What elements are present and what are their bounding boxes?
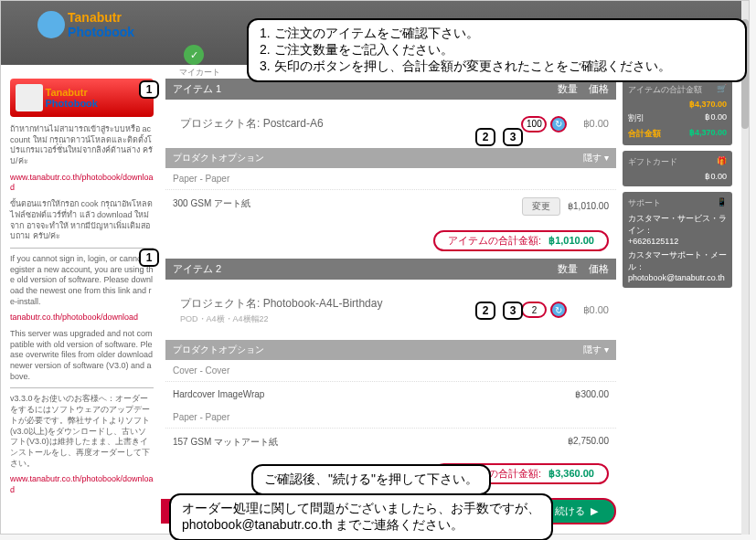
sidebar-text: This server was upgraded and not compati…	[10, 329, 154, 382]
sidebar-text: ขั้นตอนแรกให้กรอก cook กรุณาอัพโหลดไฟล์ซ…	[10, 199, 154, 242]
item-price: ฿0.00	[583, 304, 609, 316]
refresh-button[interactable]: ↻	[550, 302, 567, 318]
badge-1: 1	[139, 80, 159, 99]
summary-card: アイテムの合計金額🛒 ฿4,370.00 割引฿0.00 合計金額฿4,370.…	[623, 79, 732, 145]
project-name: プロジェクト名: Photobook-A4L-Birthday	[173, 287, 389, 313]
option-bar[interactable]: プロダクトオプション 隠す ▾	[165, 148, 616, 168]
paper-price: ฿2,750.00	[568, 436, 609, 449]
option-label: プロダクトオプション	[173, 344, 264, 356]
chevron-down-icon: ▾	[604, 344, 609, 355]
subtotal-value: ฿1,010.00	[548, 235, 594, 246]
col-price: 価格	[589, 263, 609, 274]
sidebar-text: ถ้าหากท่านไม่สามารถเข้าสู่ระบบหรือ accou…	[10, 124, 154, 167]
callout-contact: オーダー処理に関して問題がございましたら、お手数ですが、 photobook@t…	[169, 493, 553, 540]
option-bar[interactable]: プロダクトオプション 隠す ▾	[165, 340, 616, 360]
col-qty: 数量	[558, 83, 578, 94]
sidebar-link[interactable]: www.tanabutr.co.th/photobook/download	[10, 173, 154, 194]
item-bar-label: アイテム 2	[173, 262, 221, 276]
cover-name: Hardcover ImageWrap	[173, 389, 264, 399]
change-button[interactable]: 変更	[522, 197, 560, 216]
item-price: ฿0.00	[583, 118, 609, 130]
divider	[10, 248, 154, 249]
gift-value: ฿0.00	[705, 172, 727, 181]
sidebar-link[interactable]: www.tanabutr.co.th/photobook/download	[10, 474, 154, 495]
subtotal-label: アイテムの合計金額:	[448, 235, 541, 246]
total-value: ฿4,370.00	[689, 128, 727, 140]
support-email: photobook@tanabutr.co.th	[628, 273, 727, 282]
gift-card: ギフトカード🎁 ฿0.00	[623, 151, 732, 186]
paper-category: Paper - Paper	[165, 407, 616, 429]
logo-icon	[37, 11, 65, 38]
gift-title: ギフトカード	[628, 156, 677, 168]
paper-name: 300 GSM アート紙	[173, 197, 250, 216]
col-price: 価格	[589, 83, 609, 94]
item-block: プロジェクト名: Photobook-A4L-Birthday POD・A4横・…	[165, 280, 616, 492]
paper-price: ฿1,010.00	[568, 201, 609, 211]
sidebar-logo-icon	[16, 84, 43, 111]
sidebar-link[interactable]: tanabutr.co.th/photobook/download	[10, 312, 154, 323]
phone-icon: 📱	[717, 197, 727, 209]
quantity-input[interactable]	[521, 302, 547, 318]
paper-category: Paper - Paper	[165, 168, 616, 190]
total-label: 合計金額	[628, 128, 661, 140]
discount-value: ฿0.00	[705, 112, 727, 124]
paper-name: 157 GSM マットアート紙	[173, 436, 278, 449]
content-area: TanabutrPhotobook ถ้าหากท่านไม่สามารถเข้…	[10, 79, 740, 524]
sidebar: TanabutrPhotobook ถ้าหากท่านไม่สามารถเข้…	[10, 79, 161, 502]
badge-2: 2	[475, 302, 495, 320]
play-icon: ▶	[591, 505, 598, 517]
logo: TanabutrPhotobook	[37, 10, 134, 39]
callout-instructions: 1. ご注文のアイテムをご確認下さい。 2. ご注文数量をご記入ください。 3.…	[247, 18, 747, 82]
items-area: アイテム 1 数量 価格 プロジェクト名: Postcard-A6 ↻ ฿0.0…	[165, 79, 616, 492]
item-block: プロジェクト名: Postcard-A6 ↻ ฿0.00 プロダクトオプション …	[165, 100, 616, 259]
project-sub: POD・A4横・A4横幅22	[173, 313, 389, 333]
logo-text: TanabutrPhotobook	[68, 10, 134, 39]
support-line: カスタマー・サービス・ライン：	[628, 213, 727, 237]
cart-label: マイカート	[179, 67, 220, 79]
cart-icon: 🛒	[717, 84, 727, 96]
callout-continue: ご確認後、"続ける"を押して下さい。	[251, 464, 491, 495]
summary-title: アイテムの合計金額	[628, 84, 702, 96]
divider	[10, 387, 154, 388]
col-qty: 数量	[558, 263, 578, 274]
subtotal-value: ฿3,360.00	[548, 468, 594, 479]
toggle-label: 隠す	[583, 344, 602, 355]
quantity-input[interactable]	[521, 116, 547, 132]
summary-column: アイテムの合計金額🛒 ฿4,370.00 割引฿0.00 合計金額฿4,370.…	[623, 79, 732, 293]
gift-icon: 🎁	[717, 156, 727, 168]
support-line: カスタマーサポート・メール：	[628, 249, 727, 273]
scrollbar[interactable]	[741, 1, 749, 535]
support-card: サポート📱 カスタマー・サービス・ライン： +6626125112 カスタマーサ…	[623, 192, 732, 288]
badge-3: 3	[503, 302, 523, 320]
discount-label: 割引	[628, 112, 644, 124]
project-name: プロジェクト名: Postcard-A6	[173, 107, 331, 141]
cover-category: Cover - Cover	[165, 360, 616, 382]
badge-2: 2	[475, 128, 495, 146]
toggle-label: 隠す	[583, 153, 602, 163]
item-bar-label: アイテム 1	[173, 82, 221, 96]
sidebar-logo-card: TanabutrPhotobook	[10, 79, 154, 117]
badge-1: 1	[139, 249, 159, 267]
chevron-down-icon: ▾	[604, 153, 609, 163]
cover-price: ฿300.00	[575, 389, 609, 399]
cart-check-icon: ✓	[184, 45, 204, 65]
sidebar-text: v3.3.0をお使いのお客様へ：オーダーをするにはソフトウェアのアップデートが必…	[10, 394, 154, 469]
item-header-bar: アイテム 2 数量 価格	[165, 259, 616, 280]
support-phone: +6626125112	[628, 237, 727, 246]
subtotal-row: アイテムの合計金額:฿1,010.00	[165, 223, 616, 259]
support-title: サポート	[628, 197, 661, 209]
sidebar-text: If you cannot sign in, login, or cannot …	[10, 254, 154, 307]
option-label: プロダクトオプション	[173, 152, 264, 164]
badge-3: 3	[503, 128, 523, 146]
summary-items-total: ฿4,370.00	[689, 100, 727, 109]
refresh-button[interactable]: ↻	[550, 116, 567, 132]
